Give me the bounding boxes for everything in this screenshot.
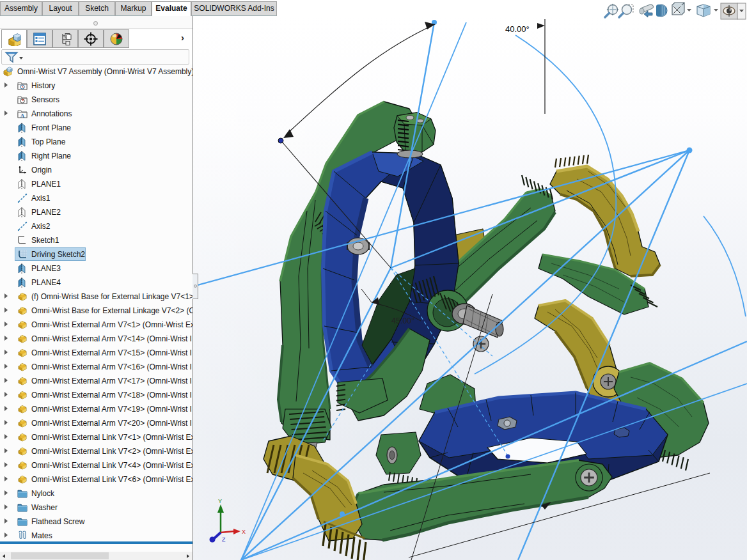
svg-text:Y: Y [218, 498, 222, 504]
svg-text:Z: Z [222, 536, 226, 543]
svg-text:40.00°: 40.00° [505, 24, 530, 34]
svg-text:X: X [242, 529, 246, 535]
svg-text:45.00°: 45.00° [391, 316, 414, 325]
